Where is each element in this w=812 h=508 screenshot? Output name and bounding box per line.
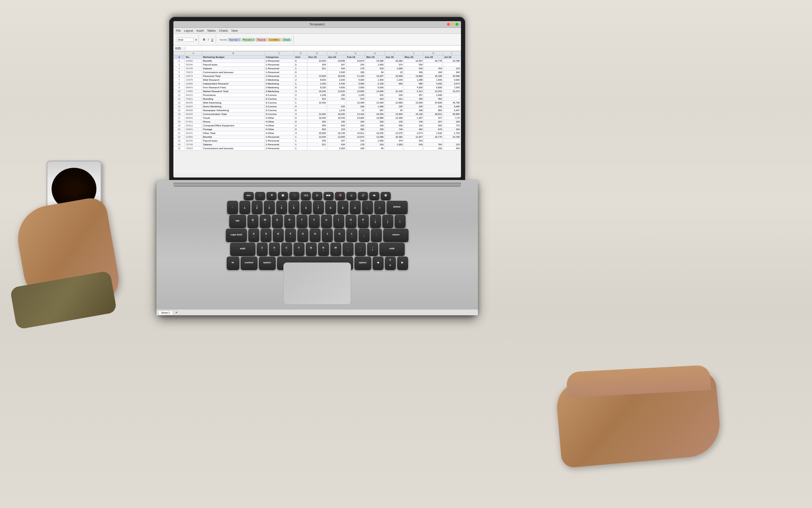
table-cell[interactable]: 133 xyxy=(443,67,461,71)
table-cell[interactable]: Market Research Total xyxy=(202,90,264,93)
table-cell[interactable]: - xyxy=(307,109,327,112)
table-cell[interactable]: 0 xyxy=(294,71,307,74)
table-cell[interactable]: Payroll taxes xyxy=(202,139,264,143)
table-cell[interactable]: 3,680 xyxy=(443,105,461,109)
key-7[interactable]: &7 xyxy=(313,201,324,213)
table-cell[interactable]: 35246 xyxy=(185,63,202,67)
table-cell[interactable]: 13,375 xyxy=(384,131,403,135)
table-cell[interactable]: 17695 xyxy=(185,90,202,93)
table-cell[interactable]: 1-Personnel xyxy=(264,147,294,150)
table-cell[interactable]: 35246 xyxy=(185,139,202,143)
table-cell[interactable]: Communication Total xyxy=(202,112,264,116)
table-cell[interactable]: 90 xyxy=(365,71,385,74)
table-cell[interactable]: 1,500 xyxy=(424,78,443,82)
table-cell[interactable]: 2-Marketing xyxy=(264,78,294,82)
table-cell[interactable]: 1,288 xyxy=(403,78,424,82)
table-cell[interactable]: - xyxy=(384,147,403,150)
table-cell[interactable]: 2-Marketing xyxy=(264,86,294,90)
key-1[interactable]: !1 xyxy=(239,201,250,213)
table-cell[interactable]: 1,000 xyxy=(307,82,327,86)
table-cell[interactable]: 23674 xyxy=(185,74,202,78)
table-cell[interactable]: - xyxy=(307,71,327,74)
key-f7[interactable]: ▶▶ xyxy=(324,192,334,199)
table-cell[interactable]: 0 xyxy=(294,109,307,112)
table-cell[interactable]: Computer/Office Equipment xyxy=(202,124,264,128)
table-cell[interactable]: 76745 xyxy=(185,67,202,71)
table-cell[interactable]: 96643 xyxy=(185,86,202,90)
table-cell[interactable]: - xyxy=(403,147,424,150)
table-cell[interactable]: 374 xyxy=(384,139,403,143)
key-period[interactable]: >. xyxy=(355,243,366,255)
table-cell[interactable]: Salaries xyxy=(202,143,264,147)
table-cell[interactable]: 236 xyxy=(424,105,443,109)
table-cell[interactable]: 4-Other xyxy=(264,124,294,128)
check-btn[interactable]: Check xyxy=(282,38,291,41)
normal2-btn[interactable]: Normal 2 xyxy=(228,38,241,41)
key-f8[interactable]: 🔇 xyxy=(335,192,345,199)
key-s[interactable]: Sห xyxy=(261,229,272,241)
table-cell[interactable]: 2,300 xyxy=(327,78,346,82)
table-cell[interactable]: 15,611 xyxy=(346,131,365,135)
table-cell[interactable]: 155 xyxy=(346,120,365,124)
table-cell[interactable]: 3 xyxy=(294,90,307,93)
table-cell[interactable]: 4,500 xyxy=(403,86,424,90)
table-cell[interactable]: 154 xyxy=(346,63,365,67)
table-cell[interactable]: 4,900 xyxy=(327,86,346,90)
table-cell[interactable]: Branding xyxy=(202,97,264,101)
italic-btn[interactable]: I xyxy=(207,38,209,41)
key-shift-left[interactable]: shift xyxy=(230,243,255,255)
table-cell[interactable]: 425 xyxy=(403,105,424,109)
table-cell[interactable]: 374 xyxy=(384,63,403,67)
table-cell[interactable]: 24,890 xyxy=(424,101,443,105)
key-power[interactable]: ⏻ xyxy=(381,192,391,199)
table-cell[interactable]: 347 xyxy=(327,63,346,67)
table-cell[interactable]: Firm Research Fees xyxy=(202,86,264,90)
table-cell[interactable]: 1,850 xyxy=(384,143,403,147)
close-btn[interactable] xyxy=(447,23,450,26)
bad-btn[interactable]: Condition xyxy=(268,38,281,41)
menu-tables[interactable]: Tables xyxy=(207,29,216,32)
table-cell[interactable]: 1 xyxy=(294,101,307,105)
table-cell[interactable]: 5,312 xyxy=(403,90,424,93)
table-cell[interactable]: 0 xyxy=(294,116,307,120)
table-cell[interactable]: 12,900 xyxy=(307,74,327,78)
key-b[interactable]: Bิ xyxy=(306,243,317,255)
table-cell[interactable]: 94015 xyxy=(185,93,202,97)
table-cell[interactable]: 462 xyxy=(403,128,424,131)
table-cell[interactable]: 68508 xyxy=(185,109,202,112)
table-cell[interactable]: 521 xyxy=(307,67,327,71)
key-arrow-right[interactable]: ▶ xyxy=(397,257,408,269)
key-option-right[interactable]: option xyxy=(354,257,371,269)
table-cell[interactable]: Other Total xyxy=(202,131,264,135)
table-cell[interactable]: Commissions and bonuses xyxy=(202,71,264,74)
table-cell[interactable]: 323 xyxy=(365,97,385,101)
table-cell[interactable]: 573 xyxy=(346,97,365,101)
table-cell[interactable]: Benefits xyxy=(202,59,264,63)
table-cell[interactable]: 0 xyxy=(294,128,307,131)
cell-reference[interactable]: G25 xyxy=(175,47,186,50)
table-cell[interactable]: 89063 xyxy=(185,116,202,120)
key-f2[interactable]: ☀ xyxy=(266,192,277,199)
table-cell[interactable]: 534 xyxy=(403,139,424,143)
table-cell[interactable]: 583 xyxy=(307,128,327,131)
table-cell[interactable]: 189 xyxy=(346,71,365,74)
table-cell[interactable]: 178 xyxy=(346,67,365,71)
table-cell[interactable]: 10,432 xyxy=(307,101,327,105)
key-j[interactable]: J่ xyxy=(322,229,333,241)
table-cell[interactable]: 500 xyxy=(327,124,346,128)
table-cell[interactable]: 13,904 xyxy=(384,112,403,116)
table-cell[interactable]: 456 xyxy=(403,71,424,74)
table-cell[interactable]: 11,195 xyxy=(346,74,365,78)
key-l[interactable]: Lส xyxy=(346,229,357,241)
table-cell[interactable]: 346 xyxy=(443,147,461,150)
key-w[interactable]: Wไ xyxy=(260,215,271,227)
table-cell[interactable]: 1,850 xyxy=(384,67,403,71)
table-cell[interactable]: 764 xyxy=(424,67,443,71)
key-n[interactable]: Nท xyxy=(318,243,329,255)
table-cell[interactable]: 356 xyxy=(346,128,365,131)
menu-file[interactable]: File xyxy=(176,29,181,32)
table-cell[interactable]: 14678 xyxy=(185,78,202,82)
key-caps-lock[interactable]: caps lock xyxy=(226,229,247,241)
menu-layout[interactable]: Layout xyxy=(184,29,193,32)
table-cell[interactable]: 19,300 xyxy=(307,116,327,120)
